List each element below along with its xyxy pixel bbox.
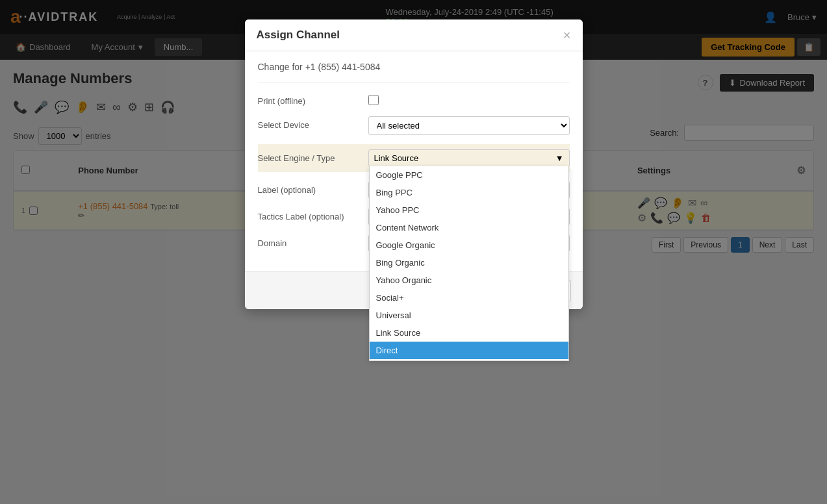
engine-select-wrapper: Link Source ▼ Google PPC Bing PPC Yahoo … xyxy=(368,149,570,167)
select-device-row: Select Device All selected xyxy=(258,116,570,135)
print-offline-control xyxy=(368,92,570,107)
modal-overlay: Assign Channel × Change for +1 (855) 441… xyxy=(0,0,827,263)
option-google-ppc[interactable]: Google PPC xyxy=(370,166,568,184)
engine-select-display[interactable]: Link Source ▼ xyxy=(369,150,569,166)
domain-label: Domain xyxy=(258,234,362,248)
modal-close-icon[interactable]: × xyxy=(563,29,571,42)
option-content-network[interactable]: Content Network xyxy=(370,219,568,236)
select-engine-label: Select Engine / Type xyxy=(258,149,362,163)
select-device-select[interactable]: All selected xyxy=(368,116,570,135)
print-offline-label: Print (offline) xyxy=(258,92,362,106)
modal-subtitle: Change for +1 (855) 441-5084 xyxy=(258,62,570,72)
print-offline-row: Print (offline) xyxy=(258,92,570,107)
print-offline-checkbox[interactable] xyxy=(368,95,379,105)
option-yahoo-ppc[interactable]: Yahoo PPC xyxy=(370,201,568,219)
engine-selected-value: Link Source xyxy=(374,153,419,163)
modal-header: Assign Channel × xyxy=(245,19,583,51)
assign-channel-modal: Assign Channel × Change for +1 (855) 441… xyxy=(245,19,583,263)
modal-title: Assign Channel xyxy=(257,29,340,42)
tactics-label: Tactics Label (optional) xyxy=(258,208,362,221)
select-device-label: Select Device xyxy=(258,116,362,130)
option-bing-ppc[interactable]: Bing PPC xyxy=(370,184,568,201)
select-engine-control: Link Source ▼ Google PPC Bing PPC Yahoo … xyxy=(368,149,570,167)
engine-dropdown-arrow-icon: ▼ xyxy=(555,153,564,163)
engine-dropdown: Google PPC Bing PPC Yahoo PPC Content Ne… xyxy=(369,166,569,263)
option-google-organic[interactable]: Google Organic xyxy=(370,236,568,254)
option-bing-organic[interactable]: Bing Organic xyxy=(370,254,568,263)
select-engine-row: Select Engine / Type Link Source ▼ Googl… xyxy=(258,144,570,172)
select-device-control: All selected xyxy=(368,116,570,135)
modal-body: Change for +1 (855) 441-5084 Print (offl… xyxy=(245,51,583,263)
label-optional-label: Label (optional) xyxy=(258,181,362,195)
